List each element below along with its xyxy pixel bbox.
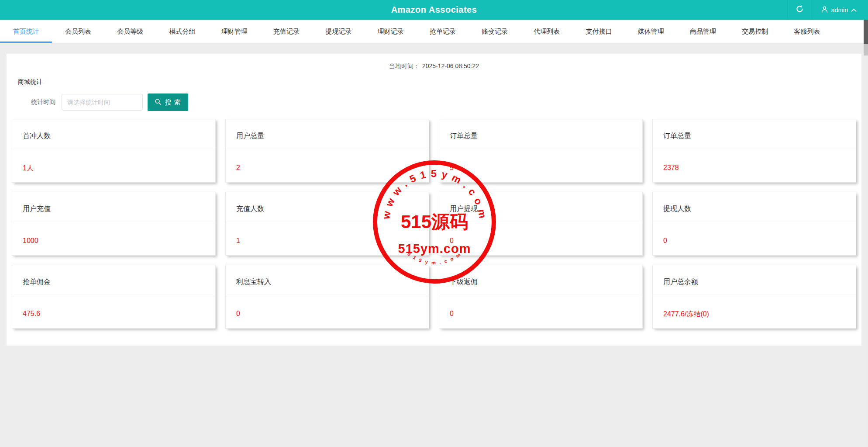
tab-item[interactable]: 会员列表	[52, 20, 104, 43]
stat-card-divider	[653, 150, 856, 150]
stat-card-title: 充值人数	[226, 192, 429, 214]
stat-card-title: 订单总量	[439, 119, 642, 141]
stat-card-title: 首冲人数	[12, 119, 215, 141]
stat-card-divider	[653, 223, 856, 223]
stat-card: 抢单佣金 475.6	[12, 265, 216, 329]
tab-item[interactable]: 首页统计	[0, 20, 52, 43]
tab-item[interactable]: 商品管理	[677, 20, 729, 43]
stat-time-input[interactable]	[62, 94, 143, 111]
user-icon	[821, 6, 828, 14]
tab-item[interactable]: 客服列表	[781, 20, 833, 43]
stat-card-divider	[653, 296, 856, 296]
stat-card: 首冲人数 1人	[12, 119, 216, 183]
tab-item[interactable]: 提现记录	[313, 20, 365, 43]
stat-card: 用户总余额 2477.6/冻结(0)	[652, 265, 856, 329]
tab-item[interactable]: 抢单记录	[417, 20, 468, 43]
stat-card: 提现人数 0	[652, 192, 856, 256]
username-label: admin	[831, 7, 848, 14]
stat-card-divider	[12, 150, 215, 150]
stat-card-value: 0	[236, 310, 429, 318]
tab-item[interactable]: 账变记录	[468, 20, 520, 43]
section-title: 商城统计	[18, 78, 856, 86]
search-button-label: 搜 索	[165, 98, 181, 107]
stat-card: 用户提现 0	[439, 192, 643, 256]
stat-card-title: 提现人数	[653, 192, 856, 214]
stat-card-value: 475.6	[23, 310, 215, 318]
tab-item[interactable]: 会员等级	[104, 20, 156, 43]
stat-card: 利息宝转入 0	[225, 265, 429, 329]
tab-item[interactable]: 支付接口	[573, 20, 625, 43]
stat-card-divider	[12, 223, 215, 223]
stat-card-divider	[439, 296, 642, 296]
tab-item[interactable]: 模式分组	[156, 20, 208, 43]
stat-card: 订单总量 2378	[652, 119, 856, 183]
nav-tabbar: 首页统计 会员列表 会员等级 模式分组 理财管理 充值记录 提现记录 理财记录 …	[0, 20, 868, 43]
chevron-up-icon	[851, 7, 857, 14]
app-header: Amazon Associates admin	[0, 0, 868, 20]
stat-card-divider	[226, 150, 429, 150]
tab-item[interactable]: 交易控制	[729, 20, 781, 43]
stat-card-value: 2	[236, 164, 429, 172]
scrollbar-thumb[interactable]	[864, 20, 868, 44]
stat-card-value: 2378	[663, 164, 856, 172]
stat-card-title: 用户提现	[439, 192, 642, 214]
search-icon	[155, 98, 162, 107]
stat-card-divider	[226, 223, 429, 223]
stat-card-value: 2477.6/冻结(0)	[663, 310, 856, 319]
tab-item[interactable]: 媒体管理	[625, 20, 677, 43]
stat-card-title: 订单总量	[653, 119, 856, 141]
stat-card-title: 用户总量	[226, 119, 429, 141]
stat-filter-row: 统计时间 搜 索	[31, 94, 856, 111]
refresh-button[interactable]	[787, 0, 812, 20]
stat-card-value: 0	[450, 310, 642, 318]
stat-card-title: 下级返佣	[439, 265, 642, 287]
vertical-scrollbar[interactable]	[864, 20, 868, 447]
stat-card-divider	[12, 296, 215, 296]
stat-card-divider	[439, 150, 642, 150]
content-panel: 当地时间：2025-12-06 08:50:22 商城统计 统计时间 搜 索 首…	[7, 54, 861, 346]
stat-time-label: 统计时间	[31, 98, 55, 106]
search-button[interactable]: 搜 索	[148, 94, 188, 111]
stat-card-value: 1	[236, 237, 429, 245]
stat-card-value: 0	[450, 237, 642, 245]
stat-card: 用户总量 2	[225, 119, 429, 183]
local-time-label: 当地时间：	[389, 62, 420, 69]
stat-card: 下级返佣 0	[439, 265, 643, 329]
stat-card-title: 利息宝转入	[226, 265, 429, 287]
stat-card: 用户充值 1000	[12, 192, 216, 256]
scrollbar-thumb-shade	[864, 44, 868, 55]
tab-item[interactable]: 理财管理	[208, 20, 260, 43]
stat-card-title: 抢单佣金	[12, 265, 215, 287]
stat-card: 订单总量 5	[439, 119, 643, 183]
stat-card-value: 5	[450, 164, 642, 172]
stat-card-divider	[226, 296, 429, 296]
tab-item[interactable]: 充值记录	[260, 20, 312, 43]
stat-card-value: 1000	[23, 237, 215, 245]
local-time-row: 当地时间：2025-12-06 08:50:22	[12, 62, 856, 71]
refresh-icon	[796, 5, 804, 15]
stat-card-title: 用户总余额	[653, 265, 856, 287]
stat-card-divider	[439, 223, 642, 223]
local-time-value: 2025-12-06 08:50:22	[422, 62, 479, 69]
stat-cards-grid: 首冲人数 1人 用户总量 2 订单总量 5 订单总量	[12, 119, 856, 329]
stat-card-value: 1人	[23, 164, 215, 173]
stat-card-value: 0	[663, 237, 856, 245]
tab-item[interactable]: 理财记录	[365, 20, 417, 43]
stat-card-title: 用户充值	[12, 192, 215, 214]
stat-card: 充值人数 1	[225, 192, 429, 256]
main-area: 当地时间：2025-12-06 08:50:22 商城统计 统计时间 搜 索 首…	[0, 43, 868, 346]
app-title: Amazon Associates	[0, 5, 868, 15]
user-menu[interactable]: admin	[812, 0, 868, 20]
tab-item[interactable]: 代理列表	[521, 20, 573, 43]
